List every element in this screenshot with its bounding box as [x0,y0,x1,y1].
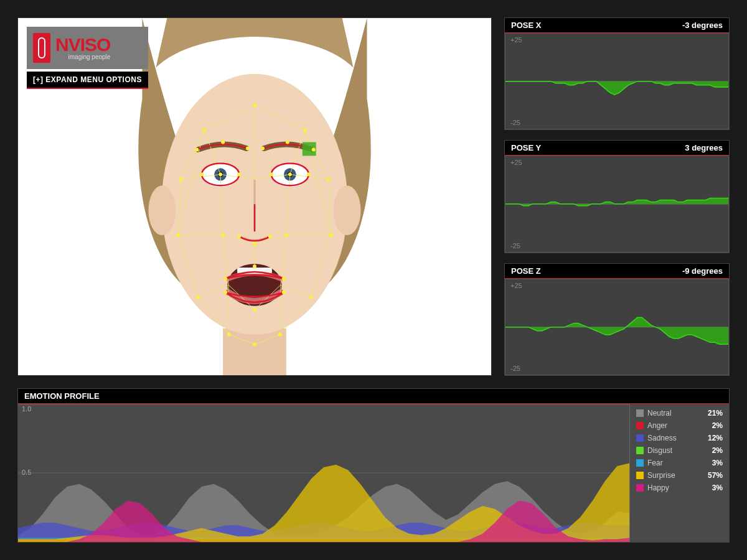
legend-label: Fear [647,459,663,467]
brand-tagline: imaging people [55,54,110,60]
legend-row-fear: Fear3% [636,457,723,469]
legend-value: 3% [712,483,723,492]
emotion-profile-panel: EMOTION PROFILE 1.0 0.5 0.0 Neutral21%An… [17,388,730,543]
svg-point-41 [223,277,227,281]
svg-point-34 [246,146,250,150]
legend-row-disgust: Disgust2% [636,445,723,456]
legend-row-anger: Anger2% [636,420,723,431]
svg-point-3 [334,185,361,235]
svg-point-42 [282,277,286,281]
svg-point-46 [253,308,256,312]
svg-point-15 [202,128,206,132]
legend-value: 3% [712,459,723,467]
video-panel: NVISO imaging people [+] EXPAND MENU OPT… [17,17,492,376]
app-root: NVISO imaging people [+] EXPAND MENU OPT… [0,0,747,560]
pose-x-panel: POSE X -3 degrees +25 -25 [504,17,730,130]
pose-z-value: -9 degrees [682,266,723,276]
legend-value: 2% [712,421,723,430]
pose-y-value: 3 degrees [685,143,723,152]
brand-block: NVISO imaging people [+] EXPAND MENU OPT… [27,27,148,89]
legend-swatch-icon [636,409,644,417]
pose-x-chart: +25 -25 [505,33,729,129]
svg-point-29 [237,172,241,176]
svg-point-47 [221,233,225,237]
expand-menu-button[interactable]: [+] EXPAND MENU OPTIONS [27,72,148,89]
svg-point-36 [286,140,289,144]
svg-point-44 [282,291,286,294]
legend-swatch-icon [636,434,644,442]
legend-row-happy: Happy3% [636,482,723,493]
legend-label: Sadness [647,434,677,442]
legend-swatch-icon [636,459,644,467]
legend-label: Disgust [647,446,672,455]
legend-row-surprise: Surprise57% [636,470,723,481]
brand-name: NVISO [55,36,110,53]
svg-point-26 [218,172,222,176]
brand-badge-icon [33,33,50,63]
pose-column: POSE X -3 degrees +25 -25 POSE Y 3 degre… [504,17,730,376]
svg-point-23 [227,333,231,337]
svg-point-40 [253,242,256,246]
svg-point-38 [237,235,241,238]
bottom-row: EMOTION PROFILE 1.0 0.5 0.0 Neutral21%An… [17,388,730,543]
pose-z-panel: POSE Z -9 degrees +25 -25 [504,263,730,376]
svg-point-16 [303,128,307,132]
legend-label: Anger [647,421,667,430]
svg-point-45 [253,264,256,268]
svg-point-30 [270,172,273,176]
svg-point-18 [327,177,331,181]
legend-label: Neutral [647,409,672,418]
svg-point-19 [176,233,180,237]
legend-row-sadness: Sadness12% [636,432,723,444]
svg-point-39 [268,235,272,238]
legend-label: Happy [647,483,669,492]
svg-point-25 [253,343,256,347]
svg-rect-0 [223,329,286,376]
pose-z-title: POSE Z [511,266,541,276]
svg-point-35 [261,146,265,150]
svg-point-20 [329,233,333,237]
svg-point-43 [223,291,227,294]
emotion-legend: Neutral21%Anger2%Sadness12%Disgust2%Fear… [629,404,729,542]
brand-logo: NVISO imaging people [27,27,148,69]
svg-point-28 [200,172,204,176]
legend-label: Surprise [647,471,675,480]
legend-value: 57% [708,471,723,480]
svg-point-33 [221,140,225,144]
svg-point-14 [253,103,256,107]
svg-point-27 [288,172,292,176]
legend-row-neutral: Neutral21% [636,408,723,419]
legend-swatch-icon [636,472,644,479]
legend-value: 21% [708,409,723,418]
svg-point-2 [148,185,176,235]
pose-y-title: POSE Y [511,143,541,152]
legend-value: 12% [708,434,723,442]
pose-y-chart: +25 -25 [505,156,729,252]
svg-point-31 [307,172,311,176]
svg-point-37 [312,147,316,151]
top-row: NVISO imaging people [+] EXPAND MENU OPT… [17,17,730,376]
svg-point-24 [278,333,282,337]
emotion-chart: 1.0 0.5 0.0 [18,404,629,542]
pose-y-panel: POSE Y 3 degrees +25 -25 [504,140,730,253]
emotion-profile-title: EMOTION PROFILE [24,391,100,401]
svg-point-48 [284,233,288,237]
pose-x-title: POSE X [511,21,541,30]
legend-swatch-icon [636,447,644,454]
pose-x-value: -3 degrees [682,21,723,30]
svg-point-17 [179,177,182,181]
legend-value: 2% [712,446,723,455]
svg-point-21 [196,296,200,299]
pose-z-chart: +25 -25 [505,279,729,375]
legend-swatch-icon [636,422,644,429]
svg-point-22 [309,296,313,299]
svg-point-32 [195,147,199,151]
legend-swatch-icon [636,484,644,492]
